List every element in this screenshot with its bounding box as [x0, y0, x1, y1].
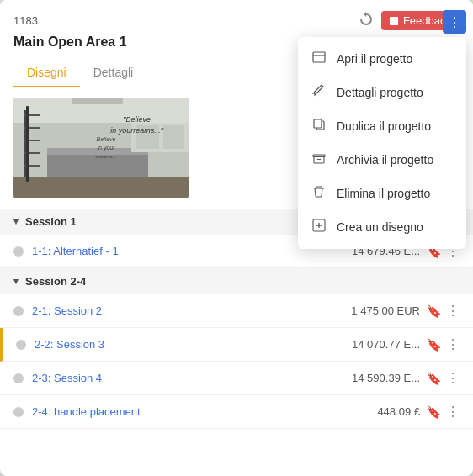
status-dot-2-1 — [13, 306, 24, 316]
archivia-icon — [311, 151, 327, 168]
svg-rect-11 — [24, 114, 40, 116]
svg-rect-12 — [24, 127, 40, 129]
svg-rect-22 — [13, 177, 189, 198]
chevron-session1: ▾ — [13, 216, 19, 227]
menu-dettagli-label: Dettagli progetto — [337, 86, 423, 99]
dots-menu-2-2[interactable]: ⋮ — [446, 336, 460, 352]
svg-rect-2 — [314, 119, 322, 128]
more-menu-button[interactable]: ⋮ — [443, 10, 466, 34]
menu-elimina-label: Elimina il progetto — [337, 187, 430, 200]
menu-duplica-label: Duplica il progetto — [337, 119, 431, 133]
elimina-icon — [311, 185, 327, 202]
room-image: Believe in your dreams... — [13, 98, 189, 198]
room-image-preview: Believe in your dreams... — [13, 98, 189, 198]
menu-crea-label: Crea un disegno — [337, 220, 423, 234]
session-group-2-4: ▾ Session 2-4 2-1: Session 2 1 475.00 EU… — [0, 268, 473, 429]
history-icon[interactable] — [358, 10, 375, 31]
item-price-2-3: 14 590.39 E... — [344, 372, 420, 384]
duplica-icon — [311, 118, 327, 135]
project-id: 1183 — [13, 14, 38, 27]
menu-item-apri[interactable]: Apri il progetto — [298, 42, 466, 76]
bookmark-icon-2-2[interactable]: 🔖 — [427, 338, 441, 352]
menu-apri-label: Apri il progetto — [337, 52, 412, 66]
header-top: 1183 Feedback — [13, 10, 460, 31]
menu-item-dettagli[interactable]: Dettagli progetto — [298, 76, 466, 109]
menu-archivia-label: Archivia il progetto — [337, 153, 433, 167]
svg-rect-14 — [24, 152, 40, 154]
menu-item-archivia[interactable]: Archivia il progetto — [298, 143, 466, 177]
menu-item-elimina[interactable]: Elimina il progetto — [298, 177, 466, 210]
svg-rect-23 — [72, 98, 123, 104]
status-dot-2-3 — [13, 373, 24, 383]
item-price-2-2: 14 070.77 E... — [344, 338, 420, 351]
dettagli-icon — [311, 84, 327, 101]
session2-4-label: Session 2-4 — [25, 275, 86, 288]
svg-rect-17 — [136, 125, 159, 149]
item-name-2-4[interactable]: 2-4: handle placement — [32, 405, 344, 418]
item-name-2-2[interactable]: 2-2: Session 3 — [35, 338, 344, 351]
item-price-2-4: 448.09 £ — [344, 405, 420, 418]
session-item-2-2: 2-2: Session 3 14 070.77 E... 🔖 ⋮ — [0, 328, 473, 362]
svg-rect-13 — [24, 140, 40, 141]
item-name-2-1[interactable]: 2-1: Session 2 — [32, 304, 344, 317]
chevron-session2-4: ▾ — [13, 276, 19, 287]
svg-rect-15 — [24, 165, 40, 167]
dots-menu-2-3[interactable]: ⋮ — [446, 370, 460, 386]
dots-menu-2-1[interactable]: ⋮ — [446, 303, 460, 319]
session-item-2-1: 2-1: Session 2 1 475.00 EUR 🔖 ⋮ — [0, 294, 473, 328]
crea-icon — [311, 219, 327, 235]
tab-dettagli[interactable]: Dettagli — [80, 59, 146, 87]
status-dot-1-1 — [13, 246, 24, 257]
svg-rect-0 — [313, 52, 325, 62]
dropdown-menu: Apri il progetto Dettagli progetto Dupli… — [298, 37, 466, 249]
bookmark-icon-2-3[interactable]: 🔖 — [427, 372, 441, 385]
header: 1183 Feedback Main Open Area 1 Disegni D… — [0, 0, 473, 87]
status-dot-2-2 — [16, 340, 26, 350]
status-dot-2-4 — [13, 407, 24, 417]
svg-text:Believe: Believe — [97, 136, 116, 142]
menu-item-crea[interactable]: Crea un disegno — [298, 210, 466, 244]
item-name-1-1[interactable]: 1-1: Alternatief - 1 — [32, 245, 344, 257]
session-item-2-3: 2-3: Session 4 14 590.39 E... 🔖 ⋮ — [0, 362, 473, 395]
session-item-2-4: 2-4: handle placement 448.09 £ 🔖 ⋮ — [0, 395, 473, 429]
feedback-color-square — [390, 17, 398, 25]
dots-menu-2-4[interactable]: ⋮ — [446, 404, 460, 420]
app-container: 1183 Feedback Main Open Area 1 Disegni D… — [0, 0, 473, 476]
tab-disegni[interactable]: Disegni — [13, 59, 80, 87]
session1-label: Session 1 — [25, 215, 77, 228]
session-header-2-4[interactable]: ▾ Session 2-4 — [0, 268, 473, 294]
bookmark-icon-2-1[interactable]: 🔖 — [427, 304, 441, 318]
menu-item-duplica[interactable]: Duplica il progetto — [298, 109, 466, 143]
bookmark-icon-2-4[interactable]: 🔖 — [427, 405, 441, 419]
item-name-2-3[interactable]: 2-3: Session 4 — [32, 372, 344, 384]
svg-text:dreams...: dreams... — [95, 154, 116, 159]
apri-icon — [311, 50, 327, 67]
svg-rect-18 — [163, 125, 184, 149]
svg-text:in your: in your — [97, 145, 115, 151]
item-price-2-1: 1 475.00 EUR — [344, 304, 420, 317]
